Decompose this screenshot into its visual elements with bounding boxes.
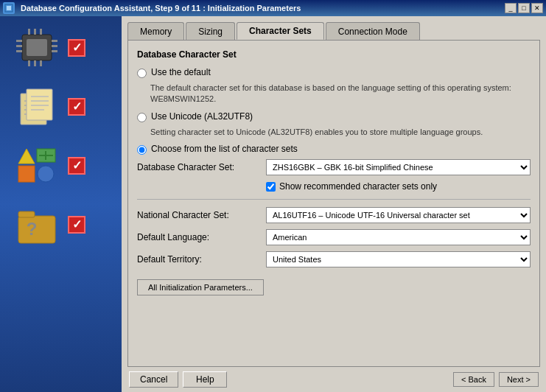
svg-rect-1: [7, 6, 11, 10]
chip-icon: [15, 27, 59, 68]
db-charset-label: Database Character Set:: [137, 162, 266, 172]
radio-default-desc: The default character set for this datab…: [150, 83, 531, 105]
svg-rect-6: [16, 50, 22, 52]
right-panel: Memory Sizing Character Sets Connection …: [122, 16, 546, 392]
app-icon: [3, 2, 15, 14]
minimize-button[interactable]: _: [505, 3, 517, 13]
step-item-4: ? ✓: [7, 200, 114, 248]
svg-point-27: [38, 166, 54, 182]
default-territory-label: Default Territory:: [137, 254, 266, 265]
radio-option-unicode[interactable]: Use Unicode (AL32UTF8): [137, 111, 531, 122]
docs-icon: [15, 85, 59, 129]
step4-icon-area: ?: [7, 200, 66, 248]
tab-character-sets[interactable]: Character Sets: [237, 22, 324, 40]
svg-rect-7: [52, 40, 57, 42]
svg-rect-4: [16, 40, 22, 42]
db-charset-select[interactable]: ZHS16GBK – GBK 16-bit Simplified Chinese: [266, 159, 531, 175]
radio-list-label: Choose from the list of character sets: [151, 144, 298, 154]
step4-checkmark: ✓: [68, 216, 85, 234]
svg-rect-13: [28, 60, 30, 66]
window-title: Database Configuration Assistant, Step 9…: [21, 4, 301, 13]
separator: [137, 199, 531, 200]
step1-icon-area: [7, 24, 66, 71]
tab-sizing[interactable]: Sizing: [186, 22, 235, 40]
national-charset-row: National Character Set: AL16UTF16 – Unic…: [137, 207, 531, 223]
step-item-2: ✓: [7, 83, 114, 130]
bottom-bar: Cancel Help < Back Next >: [122, 367, 546, 392]
svg-rect-11: [34, 29, 36, 35]
radio-list[interactable]: [137, 145, 147, 155]
left-panel: ✓ ✓: [0, 16, 122, 392]
radio-default-label: Use the default: [151, 67, 211, 77]
step-item-1: ✓: [7, 24, 114, 71]
title-bar: Database Configuration Assistant, Step 9…: [0, 0, 546, 16]
step1-checkmark: ✓: [68, 39, 85, 57]
bottom-left-buttons: Cancel Help: [129, 371, 227, 388]
radio-unicode-desc: Setting character set to Unicode (AL32UT…: [150, 127, 531, 138]
svg-rect-15: [40, 60, 42, 66]
next-button[interactable]: Next >: [499, 372, 539, 387]
svg-rect-3: [27, 39, 47, 56]
default-language-label: Default Language:: [137, 232, 266, 242]
svg-rect-5: [16, 45, 22, 47]
step3-checkmark: ✓: [68, 157, 85, 175]
show-recommended-checkbox[interactable]: [266, 182, 276, 192]
step-item-3: ✓: [7, 141, 114, 189]
back-button[interactable]: < Back: [453, 372, 494, 387]
svg-rect-8: [52, 45, 57, 47]
all-params-container: All Initialization Parameters...: [137, 276, 531, 300]
default-territory-row: Default Territory: United States: [137, 251, 531, 267]
national-charset-select[interactable]: AL16UTF16 – Unicode UTF-16 Universal cha…: [266, 207, 531, 223]
radio-option-default[interactable]: Use the default: [137, 67, 531, 78]
svg-rect-10: [28, 29, 30, 35]
all-params-button[interactable]: All Initialization Parameters...: [137, 279, 264, 295]
bottom-right-buttons: < Back Next >: [453, 372, 539, 387]
step3-icon-area: [7, 141, 66, 189]
default-language-select[interactable]: American: [266, 229, 531, 245]
help-button[interactable]: Help: [183, 371, 227, 388]
national-charset-label: National Character Set:: [137, 210, 266, 220]
step2-checkmark: ✓: [68, 98, 85, 116]
window-controls: _ □ ✕: [505, 3, 543, 13]
main-container: ✓ ✓: [0, 16, 546, 392]
default-language-row: Default Language: American: [137, 229, 531, 245]
radio-unicode[interactable]: [137, 113, 147, 122]
svg-rect-14: [34, 60, 36, 66]
tab-memory[interactable]: Memory: [127, 22, 184, 40]
svg-rect-12: [40, 29, 42, 35]
svg-marker-28: [18, 149, 35, 164]
radio-option-list[interactable]: Choose from the list of character sets: [137, 144, 531, 155]
content-area: Database Character Set Use the default T…: [127, 40, 540, 367]
tab-connection-mode[interactable]: Connection Mode: [326, 22, 420, 40]
radio-default[interactable]: [137, 69, 147, 78]
tabs-container: Memory Sizing Character Sets Connection …: [122, 16, 546, 40]
folder-question-icon: ?: [15, 203, 59, 247]
svg-rect-9: [52, 50, 57, 52]
close-button[interactable]: ✕: [531, 3, 543, 13]
svg-rect-33: [18, 211, 35, 217]
svg-rect-21: [27, 89, 52, 120]
step2-icon-area: [7, 83, 66, 130]
radio-unicode-label: Use Unicode (AL32UTF8): [151, 111, 253, 122]
cancel-button[interactable]: Cancel: [129, 371, 178, 388]
show-recommended-label: Show recommended character sets only: [279, 181, 437, 192]
svg-rect-26: [18, 166, 35, 182]
db-icon: [15, 145, 59, 186]
section-title: Database Character Set: [137, 49, 531, 60]
maximize-button[interactable]: □: [518, 3, 530, 13]
svg-text:?: ?: [27, 219, 38, 239]
db-charset-row: Database Character Set: ZHS16GBK – GBK 1…: [137, 159, 531, 175]
show-recommended-row[interactable]: Show recommended character sets only: [266, 181, 531, 192]
default-territory-select[interactable]: United States: [266, 251, 531, 267]
